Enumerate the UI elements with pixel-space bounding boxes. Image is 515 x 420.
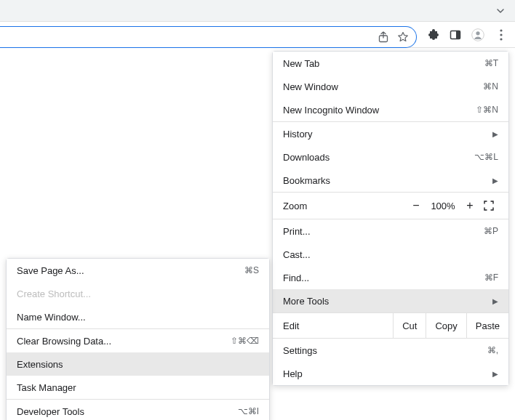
- submenu-arrow-icon: ▶: [492, 297, 498, 305]
- menu-label: Task Manager: [17, 382, 259, 393]
- menu-item-edit: Edit Cut Copy Paste: [273, 313, 508, 338]
- menu-label: Print...: [283, 226, 484, 237]
- submenu-item-clear-browsing-data[interactable]: Clear Browsing Data... ⇧⌘⌫: [7, 329, 269, 352]
- menu-label: Developer Tools: [17, 406, 238, 417]
- menu-item-zoom: Zoom − 100% +: [273, 193, 508, 219]
- tabs-chevron-icon[interactable]: [496, 7, 505, 15]
- svg-point-4: [476, 31, 479, 35]
- menu-shortcut: ⌘,: [487, 345, 498, 355]
- menu-label: Create Shortcut...: [17, 288, 259, 299]
- menu-item-new-tab[interactable]: New Tab ⌘T: [273, 52, 508, 75]
- zoom-in-button[interactable]: +: [460, 199, 479, 212]
- menu-shortcut: ⌘T: [484, 58, 498, 68]
- menu-shortcut: ⌘F: [484, 272, 498, 283]
- zoom-label: Zoom: [283, 201, 407, 211]
- omnibox[interactable]: [0, 26, 417, 48]
- menu-shortcut: ⇧⌘⌫: [231, 336, 259, 346]
- chrome-main-menu: New Tab ⌘T New Window ⌘N New Incognito W…: [272, 51, 509, 386]
- svg-point-6: [500, 33, 502, 36]
- svg-point-5: [500, 29, 502, 31]
- paste-button[interactable]: Paste: [466, 313, 508, 338]
- tab-strip: [0, 0, 515, 22]
- menu-item-settings[interactable]: Settings ⌘,: [273, 339, 508, 362]
- zoom-out-button[interactable]: −: [407, 199, 426, 212]
- star-icon[interactable]: [397, 31, 409, 43]
- menu-item-bookmarks[interactable]: Bookmarks ▶: [273, 169, 508, 192]
- submenu-item-save-page-as[interactable]: Save Page As... ⌘S: [7, 259, 269, 282]
- menu-label: History: [283, 129, 488, 140]
- submenu-arrow-icon: ▶: [492, 370, 498, 378]
- menu-shortcut: ⇧⌘N: [476, 105, 498, 115]
- side-panel-icon[interactable]: [450, 29, 461, 41]
- submenu-item-create-shortcut: Create Shortcut...: [7, 282, 269, 305]
- toolbar-icons: [428, 22, 508, 48]
- menu-label: Help: [283, 368, 488, 379]
- menu-item-print[interactable]: Print... ⌘P: [273, 219, 508, 243]
- cut-button[interactable]: Cut: [393, 313, 426, 338]
- svg-rect-2: [456, 31, 460, 39]
- share-icon[interactable]: [378, 31, 388, 43]
- menu-label: New Incognito Window: [283, 105, 476, 116]
- menu-shortcut: ⌘N: [483, 81, 498, 92]
- submenu-item-name-window[interactable]: Name Window...: [7, 305, 269, 328]
- menu-item-new-incognito[interactable]: New Incognito Window ⇧⌘N: [273, 98, 508, 121]
- edit-label: Edit: [273, 320, 393, 331]
- extensions-puzzle-icon[interactable]: [428, 29, 439, 41]
- menu-label: Extensions: [17, 359, 259, 370]
- menu-label: Name Window...: [17, 312, 259, 323]
- profile-icon[interactable]: [471, 28, 484, 41]
- chrome-menu-icon[interactable]: [495, 28, 508, 41]
- submenu-item-developer-tools[interactable]: Developer Tools ⌥⌘I: [7, 400, 269, 420]
- menu-item-help[interactable]: Help ▶: [273, 362, 508, 385]
- menu-shortcut: ⌥⌘I: [238, 406, 259, 416]
- menu-item-more-tools[interactable]: More Tools ▶: [273, 289, 508, 312]
- menu-label: Settings: [283, 345, 487, 356]
- submenu-item-task-manager[interactable]: Task Manager: [7, 376, 269, 399]
- menu-label: Cast...: [283, 249, 498, 260]
- menu-item-find[interactable]: Find... ⌘F: [273, 266, 508, 289]
- submenu-arrow-icon: ▶: [492, 177, 498, 185]
- menu-shortcut: ⌥⌘L: [474, 152, 498, 162]
- svg-point-7: [500, 38, 502, 40]
- menu-label: Save Page As...: [17, 265, 244, 276]
- menu-shortcut: ⌘P: [484, 226, 498, 236]
- fullscreen-button[interactable]: [484, 201, 503, 211]
- more-tools-submenu: Save Page As... ⌘S Create Shortcut... Na…: [6, 258, 270, 420]
- menu-label: More Tools: [283, 296, 488, 307]
- menu-shortcut: ⌘S: [244, 265, 259, 275]
- menu-label: New Tab: [283, 58, 484, 69]
- menu-label: Downloads: [283, 152, 474, 163]
- menu-label: Find...: [283, 272, 484, 283]
- copy-button[interactable]: Copy: [426, 313, 466, 338]
- menu-label: Clear Browsing Data...: [17, 336, 231, 347]
- menu-item-downloads[interactable]: Downloads ⌥⌘L: [273, 145, 508, 169]
- toolbar: [0, 22, 515, 48]
- submenu-item-extensions[interactable]: Extensions: [7, 352, 269, 376]
- menu-item-new-window[interactable]: New Window ⌘N: [273, 75, 508, 98]
- menu-label: New Window: [283, 81, 483, 92]
- menu-item-cast[interactable]: Cast...: [273, 243, 508, 266]
- zoom-value: 100%: [426, 201, 460, 211]
- menu-item-history[interactable]: History ▶: [273, 122, 508, 145]
- submenu-arrow-icon: ▶: [492, 130, 498, 138]
- menu-label: Bookmarks: [283, 175, 488, 186]
